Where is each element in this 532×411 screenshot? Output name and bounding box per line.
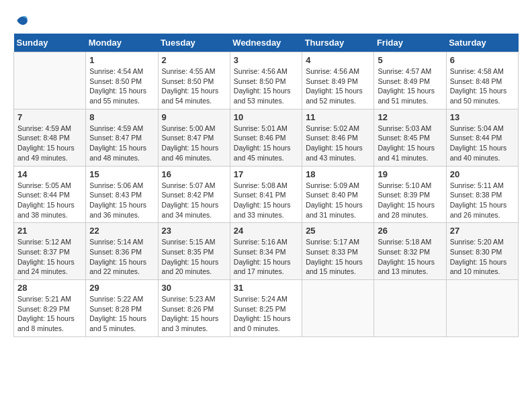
calendar-cell: 27Sunrise: 5:20 AM Sunset: 8:30 PM Dayli… <box>446 223 518 280</box>
calendar-cell: 26Sunrise: 5:18 AM Sunset: 8:32 PM Dayli… <box>374 223 446 280</box>
calendar-cell: 12Sunrise: 5:03 AM Sunset: 8:45 PM Dayli… <box>374 109 446 166</box>
logo <box>13 13 28 27</box>
day-number: 3 <box>234 55 298 65</box>
day-number: 25 <box>306 226 370 236</box>
calendar-week-row: 28Sunrise: 5:21 AM Sunset: 8:29 PM Dayli… <box>14 280 519 337</box>
day-number: 20 <box>450 169 515 179</box>
weekday-header-saturday: Saturday <box>446 34 518 52</box>
calendar-cell: 8Sunrise: 4:59 AM Sunset: 8:47 PM Daylig… <box>86 109 158 166</box>
day-info: Sunrise: 5:03 AM Sunset: 8:45 PM Dayligh… <box>378 124 442 163</box>
day-info: Sunrise: 4:55 AM Sunset: 8:50 PM Dayligh… <box>162 66 226 106</box>
calendar-week-row: 7Sunrise: 4:59 AM Sunset: 8:48 PM Daylig… <box>14 109 519 166</box>
calendar-cell: 30Sunrise: 5:23 AM Sunset: 8:26 PM Dayli… <box>158 280 230 337</box>
day-info: Sunrise: 5:01 AM Sunset: 8:46 PM Dayligh… <box>234 124 298 163</box>
day-info: Sunrise: 4:56 AM Sunset: 8:49 PM Dayligh… <box>306 66 370 106</box>
day-info: Sunrise: 4:59 AM Sunset: 8:47 PM Dayligh… <box>89 124 154 163</box>
calendar-cell: 28Sunrise: 5:21 AM Sunset: 8:29 PM Dayli… <box>14 280 86 337</box>
calendar-cell: 18Sunrise: 5:09 AM Sunset: 8:40 PM Dayli… <box>302 166 374 223</box>
day-info: Sunrise: 5:18 AM Sunset: 8:32 PM Dayligh… <box>378 237 442 277</box>
day-number: 29 <box>89 283 154 293</box>
day-info: Sunrise: 5:23 AM Sunset: 8:26 PM Dayligh… <box>162 294 226 334</box>
day-info: Sunrise: 4:57 AM Sunset: 8:49 PM Dayligh… <box>378 66 442 106</box>
day-number: 28 <box>17 283 82 293</box>
day-info: Sunrise: 5:12 AM Sunset: 8:37 PM Dayligh… <box>17 237 82 277</box>
day-number: 8 <box>89 112 154 122</box>
day-info: Sunrise: 5:02 AM Sunset: 8:46 PM Dayligh… <box>306 124 370 163</box>
day-info: Sunrise: 4:54 AM Sunset: 8:50 PM Dayligh… <box>89 66 154 106</box>
calendar-cell: 1Sunrise: 4:54 AM Sunset: 8:50 PM Daylig… <box>86 52 158 109</box>
calendar-cell: 9Sunrise: 5:00 AM Sunset: 8:47 PM Daylig… <box>158 109 230 166</box>
calendar-cell: 29Sunrise: 5:22 AM Sunset: 8:28 PM Dayli… <box>86 280 158 337</box>
day-number: 27 <box>450 226 515 236</box>
day-info: Sunrise: 5:15 AM Sunset: 8:35 PM Dayligh… <box>162 237 226 277</box>
day-info: Sunrise: 5:08 AM Sunset: 8:41 PM Dayligh… <box>234 181 298 220</box>
day-number: 15 <box>89 169 154 179</box>
day-info: Sunrise: 5:11 AM Sunset: 8:38 PM Dayligh… <box>450 181 515 220</box>
calendar-cell: 5Sunrise: 4:57 AM Sunset: 8:49 PM Daylig… <box>374 52 446 109</box>
day-info: Sunrise: 5:22 AM Sunset: 8:28 PM Dayligh… <box>89 294 154 334</box>
day-info: Sunrise: 5:14 AM Sunset: 8:36 PM Dayligh… <box>89 237 154 277</box>
calendar-cell: 22Sunrise: 5:14 AM Sunset: 8:36 PM Dayli… <box>86 223 158 280</box>
day-number: 19 <box>378 169 442 179</box>
day-number: 7 <box>17 112 82 122</box>
calendar-cell: 23Sunrise: 5:15 AM Sunset: 8:35 PM Dayli… <box>158 223 230 280</box>
weekday-header-monday: Monday <box>86 34 158 52</box>
day-number: 11 <box>306 112 370 122</box>
day-number: 17 <box>234 169 298 179</box>
calendar-cell: 6Sunrise: 4:58 AM Sunset: 8:48 PM Daylig… <box>446 52 518 109</box>
day-number: 18 <box>306 169 370 179</box>
day-info: Sunrise: 5:06 AM Sunset: 8:43 PM Dayligh… <box>89 181 154 220</box>
weekday-header-thursday: Thursday <box>302 34 374 52</box>
calendar-cell: 3Sunrise: 4:56 AM Sunset: 8:50 PM Daylig… <box>230 52 302 109</box>
calendar-week-row: 1Sunrise: 4:54 AM Sunset: 8:50 PM Daylig… <box>14 52 519 109</box>
day-number: 5 <box>378 55 442 65</box>
day-number: 12 <box>378 112 442 122</box>
day-info: Sunrise: 5:20 AM Sunset: 8:30 PM Dayligh… <box>450 237 515 277</box>
calendar-cell: 31Sunrise: 5:24 AM Sunset: 8:25 PM Dayli… <box>230 280 302 337</box>
day-info: Sunrise: 5:24 AM Sunset: 8:25 PM Dayligh… <box>234 294 298 334</box>
calendar-cell <box>374 280 446 337</box>
day-number: 26 <box>378 226 442 236</box>
day-info: Sunrise: 5:16 AM Sunset: 8:34 PM Dayligh… <box>234 237 298 277</box>
calendar-cell: 10Sunrise: 5:01 AM Sunset: 8:46 PM Dayli… <box>230 109 302 166</box>
day-number: 13 <box>450 112 515 122</box>
day-number: 31 <box>234 283 298 293</box>
weekday-header-row: SundayMondayTuesdayWednesdayThursdayFrid… <box>14 34 519 52</box>
logo-icon <box>15 13 28 27</box>
day-info: Sunrise: 4:56 AM Sunset: 8:50 PM Dayligh… <box>234 66 298 106</box>
day-number: 24 <box>234 226 298 236</box>
day-info: Sunrise: 5:09 AM Sunset: 8:40 PM Dayligh… <box>306 181 370 220</box>
day-number: 16 <box>162 169 226 179</box>
day-number: 23 <box>162 226 226 236</box>
day-number: 22 <box>89 226 154 236</box>
day-info: Sunrise: 5:21 AM Sunset: 8:29 PM Dayligh… <box>17 294 82 334</box>
calendar-cell: 7Sunrise: 4:59 AM Sunset: 8:48 PM Daylig… <box>14 109 86 166</box>
day-number: 6 <box>450 55 515 65</box>
weekday-header-sunday: Sunday <box>14 34 86 52</box>
calendar-week-row: 21Sunrise: 5:12 AM Sunset: 8:37 PM Dayli… <box>14 223 519 280</box>
weekday-header-wednesday: Wednesday <box>230 34 302 52</box>
calendar-cell <box>302 280 374 337</box>
calendar-cell <box>14 52 86 109</box>
day-info: Sunrise: 5:05 AM Sunset: 8:44 PM Dayligh… <box>17 181 82 220</box>
day-info: Sunrise: 5:00 AM Sunset: 8:47 PM Dayligh… <box>162 124 226 163</box>
calendar-cell: 4Sunrise: 4:56 AM Sunset: 8:49 PM Daylig… <box>302 52 374 109</box>
day-number: 21 <box>17 226 82 236</box>
day-number: 9 <box>162 112 226 122</box>
day-number: 14 <box>17 169 82 179</box>
calendar-cell: 25Sunrise: 5:17 AM Sunset: 8:33 PM Dayli… <box>302 223 374 280</box>
calendar-cell: 13Sunrise: 5:04 AM Sunset: 8:44 PM Dayli… <box>446 109 518 166</box>
page-header <box>13 13 519 27</box>
calendar-cell: 24Sunrise: 5:16 AM Sunset: 8:34 PM Dayli… <box>230 223 302 280</box>
calendar-cell: 11Sunrise: 5:02 AM Sunset: 8:46 PM Dayli… <box>302 109 374 166</box>
calendar-cell: 2Sunrise: 4:55 AM Sunset: 8:50 PM Daylig… <box>158 52 230 109</box>
day-info: Sunrise: 4:59 AM Sunset: 8:48 PM Dayligh… <box>17 124 82 163</box>
day-number: 2 <box>162 55 226 65</box>
calendar-cell <box>446 280 518 337</box>
day-info: Sunrise: 5:04 AM Sunset: 8:44 PM Dayligh… <box>450 124 515 163</box>
day-info: Sunrise: 4:58 AM Sunset: 8:48 PM Dayligh… <box>450 66 515 106</box>
calendar-cell: 16Sunrise: 5:07 AM Sunset: 8:42 PM Dayli… <box>158 166 230 223</box>
calendar-week-row: 14Sunrise: 5:05 AM Sunset: 8:44 PM Dayli… <box>14 166 519 223</box>
calendar-cell: 19Sunrise: 5:10 AM Sunset: 8:39 PM Dayli… <box>374 166 446 223</box>
day-info: Sunrise: 5:10 AM Sunset: 8:39 PM Dayligh… <box>378 181 442 220</box>
